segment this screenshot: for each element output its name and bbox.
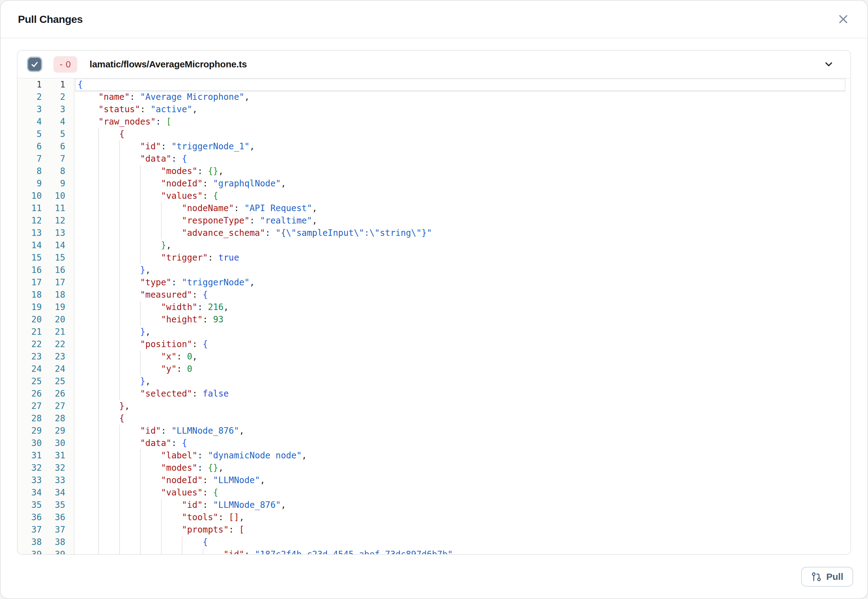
code-line-content: "name": "Average Microphone", [75, 91, 845, 103]
code-line-content: "position": { [75, 338, 845, 351]
code-line: 77"data": { [18, 153, 850, 165]
check-icon [30, 60, 39, 69]
code-line-content: "type": "triggerNode", [75, 276, 845, 289]
code-line-content: "modes": {}, [75, 462, 845, 474]
code-line: 2525}, [18, 375, 850, 388]
code-line: 2828{ [18, 412, 850, 425]
pull-button[interactable]: Pull [801, 567, 853, 587]
code-line-content: "nodeId": "LLMNode", [75, 474, 845, 486]
dialog-header: Pull Changes [1, 1, 867, 38]
code-line: 33"status": "active", [18, 103, 850, 116]
code-line-content: }, [75, 264, 845, 276]
code-line: 2020"height": 93 [18, 313, 850, 326]
code-line-content: "prompts": [ [75, 524, 845, 536]
code-line: 2727}, [18, 400, 850, 412]
code-diff-viewer[interactable]: 11{22"name": "Average Microphone",33"sta… [18, 78, 850, 555]
code-line: 1919"width": 216, [18, 301, 850, 313]
code-line: 88"modes": {}, [18, 165, 850, 178]
code-line: 2424"y": 0 [18, 363, 850, 375]
page-title: Pull Changes [18, 13, 83, 26]
code-line-content: "data": { [75, 153, 845, 165]
code-line-content: "nodeId": "graphqlNode", [75, 178, 845, 190]
code-line: 1515"trigger": true [18, 251, 850, 264]
code-line-content: "advance_schema": "{\"sampleInput\":\"st… [75, 227, 845, 239]
code-line-content: "width": 216, [75, 301, 845, 313]
code-line: 3535"id": "LLMNode_876", [18, 499, 850, 511]
chevron-down-icon [823, 59, 834, 70]
git-pull-request-icon [811, 572, 821, 582]
code-line-content: "data": { [75, 437, 845, 449]
close-icon [837, 13, 849, 25]
code-lines: 11{22"name": "Average Microphone",33"sta… [18, 78, 850, 555]
file-diff-card: - 0 lamatic/flows/AverageMicrophone.ts 1… [17, 50, 851, 555]
code-line-content: { [75, 78, 845, 91]
code-line: 22"name": "Average Microphone", [18, 91, 850, 103]
code-line-content: "nodeName": "API Request", [75, 202, 845, 215]
code-line-content: "values": { [75, 190, 845, 202]
code-line-content: "id": "triggerNode_1", [75, 140, 845, 153]
code-line: 2929"id": "LLMNode_876", [18, 425, 850, 437]
code-line: 2323"x": 0, [18, 351, 850, 363]
code-line: 1616}, [18, 264, 850, 276]
close-button[interactable] [836, 12, 850, 26]
pull-button-label: Pull [826, 572, 843, 582]
code-line-content: "trigger": true [75, 251, 845, 264]
code-line-content: "responeType": "realtime", [75, 215, 845, 227]
code-line-content: "values": { [75, 486, 845, 499]
code-line: 1313"advance_schema": "{\"sampleInput\":… [18, 227, 850, 239]
code-line-content: { [75, 412, 845, 425]
code-line: 66"id": "triggerNode_1", [18, 140, 850, 153]
code-line-content: "id": "LLMNode_876", [75, 499, 845, 511]
code-line-content: }, [75, 326, 845, 338]
code-line-content: "y": 0 [75, 363, 845, 375]
file-checkbox[interactable] [28, 58, 41, 71]
code-line: 3838{ [18, 536, 850, 548]
code-line: 11{ [18, 78, 850, 91]
code-line: 99"nodeId": "graphqlNode", [18, 178, 850, 190]
code-line-content: "status": "active", [75, 103, 845, 116]
file-header-row[interactable]: - 0 lamatic/flows/AverageMicrophone.ts [18, 51, 850, 78]
code-line-content: }, [75, 239, 845, 251]
code-line: 2222"position": { [18, 338, 850, 351]
code-line-content: }, [75, 375, 845, 388]
code-line: 1111"nodeName": "API Request", [18, 202, 850, 215]
code-line: 1010"values": { [18, 190, 850, 202]
code-line-content: "tools": [], [75, 511, 845, 524]
code-line-content: "raw_nodes": [ [75, 116, 845, 128]
code-line: 3131"label": "dynamicNode node", [18, 449, 850, 462]
collapse-toggle[interactable] [823, 59, 834, 70]
code-line: 1414}, [18, 239, 850, 251]
code-line-content: "measured": { [75, 289, 845, 301]
code-line-content: { [75, 128, 845, 140]
file-name: lamatic/flows/AverageMicrophone.ts [90, 59, 247, 69]
code-line: 3030"data": { [18, 437, 850, 449]
code-line: 3737"prompts": [ [18, 524, 850, 536]
code-line-content: "id": "LLMNode_876", [75, 425, 845, 437]
code-line: 1212"responeType": "realtime", [18, 215, 850, 227]
code-line: 3636"tools": [], [18, 511, 850, 524]
code-line: 1717"type": "triggerNode", [18, 276, 850, 289]
code-line: 3333"nodeId": "LLMNode", [18, 474, 850, 486]
pull-changes-dialog: Pull Changes - 0 lamatic/flows/AverageMi… [0, 0, 868, 599]
code-line-content: "modes": {}, [75, 165, 845, 178]
deletions-badge: - 0 [54, 56, 77, 73]
code-line-content: }, [75, 400, 845, 412]
code-line: 3232"modes": {}, [18, 462, 850, 474]
code-line-content: "label": "dynamicNode node", [75, 449, 845, 462]
code-line-content: "selected": false [75, 388, 845, 400]
code-line: 44"raw_nodes": [ [18, 116, 850, 128]
code-line: 1818"measured": { [18, 289, 850, 301]
code-line-content: { [75, 536, 845, 548]
code-line: 2121}, [18, 326, 850, 338]
code-line: 2626"selected": false [18, 388, 850, 400]
code-line: 55{ [18, 128, 850, 140]
code-line-content: "height": 93 [75, 313, 845, 326]
code-line: 3939"id": "187c2f4b-c23d-4545-abef-73dc8… [18, 548, 850, 555]
code-line: 3434"values": { [18, 486, 850, 499]
code-line-content: "x": 0, [75, 351, 845, 363]
code-line-content: "id": "187c2f4b-c23d-4545-abef-73dc897d6… [75, 548, 845, 555]
